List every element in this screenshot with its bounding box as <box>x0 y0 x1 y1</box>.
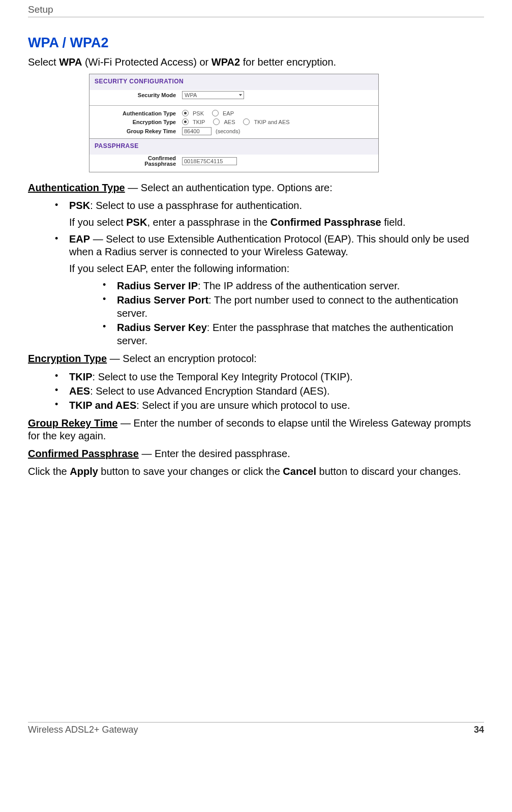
list-item: EAP — Select to use Extensible Authentic… <box>52 233 484 347</box>
panel-title-passphrase: PASSPHRASE <box>89 138 378 155</box>
footer-title: Wireless ADSL2+ Gateway <box>28 725 138 735</box>
text-bold: Group Rekey Time <box>28 417 117 429</box>
list-item: TKIP and AES: Select if you are unsure w… <box>52 399 484 412</box>
section-heading: WPA / WPA2 <box>28 35 484 51</box>
screenshot-panel: SECURITY CONFIGURATION Security Mode WPA… <box>89 74 379 172</box>
text-bold: Radius Server Key <box>117 322 207 333</box>
rekey-paragraph: Group Rekey Time — Enter the number of s… <box>28 417 484 442</box>
text-bold: EAP <box>69 233 90 245</box>
text: button to save your changes or click the <box>98 466 283 477</box>
text: — Enter the desired passphrase. <box>139 448 290 459</box>
text-bold: Confirmed Passphrase <box>28 448 139 459</box>
radio-psk[interactable] <box>182 110 189 116</box>
radio-tkip-aes-label: TKIP and AES <box>254 119 289 125</box>
radio-aes-label: AES <box>224 119 235 125</box>
list-item: Radius Server Key: Enter the passphrase … <box>100 321 484 347</box>
list-item: Radius Server IP: The IP address of the … <box>100 279 484 292</box>
text-bold: AES <box>69 385 90 397</box>
page-footer: Wireless ADSL2+ Gateway 34 <box>28 722 484 735</box>
text: , enter a passphrase in the <box>147 217 270 228</box>
conf-pass-paragraph: Confirmed Passphrase — Enter the desired… <box>28 447 484 460</box>
text: If you select <box>69 217 126 228</box>
enc-type-lead: Encryption Type — Select an encryption p… <box>28 352 484 365</box>
radio-eap[interactable] <box>212 110 219 116</box>
list-item: PSK: Select to use a passphrase for auth… <box>52 199 484 229</box>
text-bold: WPA <box>59 56 82 68</box>
list-item: TKIP: Select to use the Temporal Key Int… <box>52 370 484 383</box>
text-bold: TKIP and AES <box>69 400 136 411</box>
text-bold: Authentication Type <box>28 182 125 193</box>
radio-eap-label: EAP <box>223 110 234 116</box>
text-bold: WPA2 <box>212 56 240 68</box>
text: Passphrase <box>144 161 176 167</box>
text-bold: TKIP <box>69 371 93 382</box>
radio-aes[interactable] <box>213 118 220 125</box>
text-bold: PSK <box>69 200 90 211</box>
auth-type-label: Authentication Type <box>95 110 179 116</box>
text: button to discard your changes. <box>316 466 461 477</box>
panel-title-security: SECURITY CONFIGURATION <box>89 74 378 90</box>
radio-psk-label: PSK <box>193 110 204 116</box>
enc-type-label: Encryption Type <box>95 119 179 125</box>
text-bold: Radius Server IP <box>117 280 198 291</box>
list-item: AES: Select to use Advanced Encryption S… <box>52 384 484 398</box>
text-bold: Apply <box>70 466 98 477</box>
text: (Wi-Fi Protected Access) or <box>82 56 212 68</box>
text: field. <box>381 217 406 228</box>
rekey-unit: (seconds) <box>216 128 240 134</box>
apply-paragraph: Click the Apply button to save your chan… <box>28 465 484 478</box>
text: If you select EAP, enter the following i… <box>69 262 484 275</box>
text-bold: Encryption Type <box>28 353 107 364</box>
intro-paragraph: Select WPA (Wi-Fi Protected Access) or W… <box>28 56 484 69</box>
security-mode-label: Security Mode <box>95 92 179 98</box>
auth-type-lead: Authentication Type — Select an authenti… <box>28 182 484 194</box>
text: Select <box>28 56 59 68</box>
text: : Select if you are unsure which protoco… <box>136 400 350 411</box>
page-number: 34 <box>474 725 484 735</box>
text: : Select to use a passphrase for authent… <box>90 200 302 211</box>
confirmed-passphrase-label: Confirmed Passphrase <box>95 156 179 167</box>
text: — Select to use Extensible Authenticatio… <box>69 233 469 257</box>
text: : The IP address of the authentication s… <box>198 280 400 291</box>
text: for better encryption. <box>240 56 336 68</box>
text-bold: PSK <box>126 217 147 228</box>
text-bold: Confirmed Passphrase <box>270 217 381 228</box>
security-mode-select[interactable]: WPA <box>182 91 244 99</box>
list-item: Radius Server Port: The port number used… <box>100 293 484 320</box>
radio-tkip-label: TKIP <box>193 119 205 125</box>
text-bold: Cancel <box>283 466 316 477</box>
text: : Select to use Advanced Encryption Stan… <box>90 385 329 397</box>
radio-tkip[interactable] <box>182 118 189 125</box>
text: — Select an encryption protocol: <box>107 353 257 364</box>
page-header: Setup <box>28 4 484 17</box>
confirmed-passphrase-input[interactable]: 0018E75C4115 <box>182 157 237 165</box>
rekey-input[interactable]: 86400 <box>182 127 212 135</box>
radio-tkip-aes[interactable] <box>243 118 250 125</box>
text: Click the <box>28 466 70 477</box>
rekey-label: Group Rekey Time <box>95 128 179 134</box>
text: : Select to use the Temporal Key Integri… <box>93 371 353 382</box>
text-bold: Radius Server Port <box>117 294 208 306</box>
text: — Select an authentication type. Options… <box>125 182 333 193</box>
